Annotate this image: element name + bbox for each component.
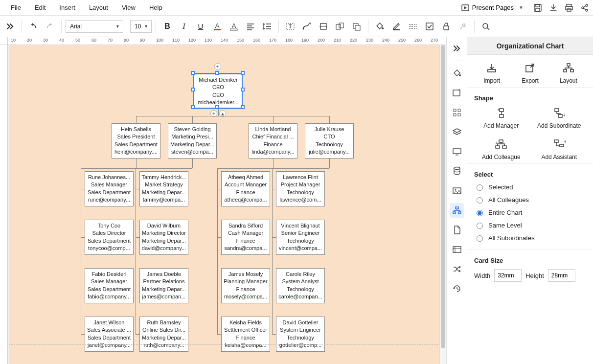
selection-handle[interactable]: [215, 71, 219, 75]
menu-layout[interactable]: Layout: [82, 4, 115, 11]
select-radio[interactable]: [477, 197, 483, 204]
present-pages-button[interactable]: Present Pages ▼: [458, 3, 526, 12]
org-chart-icon[interactable]: [450, 203, 464, 218]
org-card[interactable]: Tammy Hendrick...Market StrategyMarketin…: [139, 171, 188, 206]
menu-file[interactable]: File: [4, 4, 28, 11]
text-box-button[interactable]: T: [283, 19, 297, 34]
select-option[interactable]: Selected: [474, 183, 586, 191]
org-card[interactable]: David WilburnMarketing DirectorMarketing…: [139, 220, 188, 255]
collapse-panel-icon[interactable]: [450, 41, 464, 56]
org-card[interactable]: Michael DemkerCEOCEOmichealdemker...: [194, 74, 243, 109]
bold-button[interactable]: B: [160, 19, 175, 34]
presentation-icon[interactable]: [450, 144, 464, 159]
page[interactable]: Michael DemkerCEOCEOmichealdemker...++▴H…: [9, 45, 440, 364]
org-card[interactable]: Rune Johannes...Sales ManagerSales Depar…: [85, 171, 134, 206]
selection-handle[interactable]: [241, 71, 245, 75]
add-colleague-button[interactable]: + Add Colleague: [474, 138, 528, 160]
theme-icon[interactable]: [450, 66, 464, 81]
org-card[interactable]: Hein SabelisSales PresidentSales Departm…: [112, 123, 160, 159]
italic-button[interactable]: I: [177, 19, 191, 34]
select-radio[interactable]: [477, 223, 483, 229]
font-size-combo[interactable]: 10▼: [130, 20, 152, 33]
add-subordinate-button[interactable]: + Add Subordinate: [532, 107, 587, 129]
org-card[interactable]: Janet WilsonSales Associate ...Sales Dep…: [85, 317, 134, 352]
font-family-combo[interactable]: Arial▼: [66, 20, 123, 33]
page-icon[interactable]: [450, 223, 464, 237]
arrange-button[interactable]: [349, 19, 364, 34]
download-icon[interactable]: [549, 3, 558, 12]
card-width-input[interactable]: [494, 269, 522, 282]
expand-toolbar-icon[interactable]: [3, 19, 18, 34]
menu-edit[interactable]: Edit: [28, 4, 52, 11]
canvas-scroll[interactable]: Michael DemkerCEOCEOmichealdemker...++▴H…: [8, 45, 446, 364]
vertical-scrollbar[interactable]: [439, 45, 446, 364]
redo-button[interactable]: [43, 19, 57, 34]
history-icon[interactable]: [450, 281, 464, 296]
line-style-button[interactable]: [406, 19, 420, 34]
page-settings-icon[interactable]: [450, 242, 464, 257]
save-icon[interactable]: [533, 3, 542, 12]
org-card[interactable]: Lawrence FlintProject ManagerTechnologyl…: [276, 171, 325, 206]
line-color-button[interactable]: [389, 19, 404, 34]
selection-handle[interactable]: [241, 88, 245, 91]
font-color-button[interactable]: A: [210, 19, 225, 34]
menu-insert[interactable]: Insert: [52, 4, 82, 11]
undo-button[interactable]: [26, 19, 41, 34]
org-card[interactable]: David GottelierSystem EngineerTechnology…: [276, 317, 325, 352]
add-assistant-button[interactable]: + Add Assistant: [532, 138, 587, 160]
org-card[interactable]: James DoeblePartner RelationsMarketing D…: [139, 268, 188, 303]
layout-action[interactable]: Layout: [551, 62, 586, 84]
database-icon[interactable]: [450, 164, 464, 179]
org-card[interactable]: Keisha FieldsSettlement OfficerFinanceke…: [221, 317, 270, 352]
menu-view[interactable]: View: [115, 4, 142, 11]
org-card[interactable]: Linda MortlandChief Financial ...Finance…: [249, 123, 297, 159]
org-card[interactable]: Fabio DesideriSales ManagerSales Departm…: [85, 268, 134, 303]
fill-button[interactable]: [372, 19, 387, 34]
export-image-icon[interactable]: [450, 86, 464, 100]
menu-help[interactable]: Help: [142, 4, 169, 11]
align-objects-button[interactable]: [316, 19, 331, 34]
horizontal-ruler[interactable]: 1020304050607080901001101201301401501601…: [8, 37, 446, 45]
selection-handle[interactable]: [191, 105, 195, 109]
org-card[interactable]: James MoselyPlanning ManagerFinancemosel…: [221, 268, 270, 303]
selection-handle[interactable]: [191, 71, 195, 75]
checkbox-tool-button[interactable]: [422, 19, 437, 34]
print-icon[interactable]: [565, 3, 573, 12]
selection-handle[interactable]: [215, 105, 219, 109]
underline-button[interactable]: U: [193, 19, 208, 34]
card-height-input[interactable]: [548, 269, 575, 282]
org-card[interactable]: Sandra SiffordCash ManagerFinancesandra@…: [221, 220, 270, 255]
line-spacing-button[interactable]: [260, 19, 274, 34]
search-button[interactable]: [479, 19, 493, 34]
image-icon[interactable]: [450, 183, 464, 198]
align-button[interactable]: [243, 19, 258, 34]
add-manager-button[interactable]: + Add Manager: [474, 107, 528, 129]
org-card[interactable]: Carole RileySystem AnalystTechnologycaro…: [276, 268, 325, 303]
components-icon[interactable]: [450, 105, 464, 120]
select-option[interactable]: All Subordinates: [474, 234, 586, 242]
select-radio[interactable]: [477, 210, 483, 216]
select-option[interactable]: Entire Chart: [474, 208, 586, 216]
org-card[interactable]: Vincent BlignautSenior EngineerTechnolog…: [276, 220, 325, 255]
tools-button[interactable]: [456, 19, 470, 34]
selection-handle[interactable]: [191, 88, 195, 91]
select-radio[interactable]: [477, 235, 483, 242]
vertical-ruler[interactable]: [0, 45, 8, 364]
select-radio[interactable]: [477, 184, 483, 191]
share-icon[interactable]: [580, 3, 589, 12]
org-card[interactable]: Tony CooSales DirectorSales Departmentto…: [85, 220, 134, 255]
scrollbar-thumb[interactable]: [441, 45, 445, 348]
selection-handle[interactable]: [241, 105, 245, 109]
group-button[interactable]: [333, 19, 347, 34]
layers-icon[interactable]: [450, 125, 464, 139]
org-card[interactable]: Atheeq AhmedAccount ManagerFinanceatheeq…: [221, 171, 270, 206]
export-action[interactable]: Export: [512, 62, 547, 84]
org-card[interactable]: Julie KrauseCTOTechnologyjulie@company..…: [305, 123, 354, 159]
highlight-button[interactable]: A: [227, 19, 241, 34]
lock-button[interactable]: [439, 19, 454, 34]
connector-button[interactable]: [299, 19, 314, 34]
select-option[interactable]: Same Level: [474, 221, 586, 229]
add-above-icon[interactable]: +: [214, 63, 221, 70]
import-action[interactable]: Import: [474, 62, 509, 84]
shuffle-icon[interactable]: [450, 262, 464, 276]
